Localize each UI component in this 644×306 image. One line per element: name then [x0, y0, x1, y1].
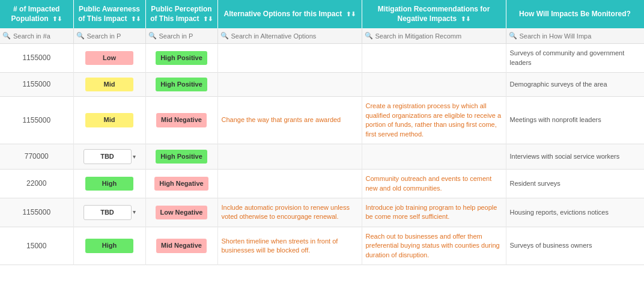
perception-badge-6: Mid Negative [156, 239, 207, 252]
search-icon-awareness: 🔍 [76, 32, 85, 40]
table-row: 22000HighHigh NegativeCommunity outreach… [0, 170, 644, 198]
perception-badge-1: High Positive [156, 78, 207, 91]
cell-monitored-3: Interviews with social service workers [506, 144, 644, 169]
table-search-row: 🔍 🔍 🔍 [0, 28, 644, 44]
perception-badge-0: High Positive [156, 51, 207, 65]
table-row: 1155000TBD▾Low NegativeInclude automatic… [0, 198, 644, 227]
table-row: 15000HighMid NegativeShorten timeline wh… [0, 227, 644, 265]
search-cell-mitigation: 🔍 [362, 28, 506, 44]
awareness-badge-6: High [85, 239, 133, 252]
cell-alternative-1 [217, 72, 362, 96]
cell-monitored-2: Meetings with nonprofit leaders [506, 97, 644, 144]
cell-monitored-6: Surveys of business owners [506, 227, 644, 265]
cell-perception-1: High Positive [145, 72, 217, 96]
cell-alternative-4 [217, 170, 362, 198]
cell-alternative-2: Change the way that grants are awarded [217, 97, 362, 144]
search-icon-monitored: 🔍 [509, 32, 517, 40]
main-table-wrapper: # of Impacted Population ⬆⬇ Public Aware… [0, 0, 644, 265]
col-header-monitored-label: How Will Impacts Be Monitored? [519, 10, 631, 18]
col-header-alternative[interactable]: Alternative Options for this Impact ⬆⬇ [217, 0, 362, 28]
table-row: 1155000LowHigh PositiveSurveys of commun… [0, 44, 644, 73]
table-header-row: # of Impacted Population ⬆⬇ Public Aware… [0, 0, 644, 28]
cell-alternative-0 [217, 44, 362, 73]
cell-monitored-0: Surveys of community and government lead… [506, 44, 644, 73]
search-input-perception[interactable] [159, 32, 215, 40]
cell-monitored-4: Resident surveys [506, 170, 644, 198]
cell-mitigation-5: Introduce job training program to help p… [362, 198, 506, 227]
col-header-mitigation-label: Mitigation Recommendations for Negative … [378, 5, 490, 23]
cell-impacted-0: 1155000 [0, 44, 73, 73]
cell-impacted-4: 22000 [0, 170, 73, 198]
cell-alternative-3 [217, 144, 362, 169]
search-input-impacted[interactable] [13, 32, 71, 40]
search-input-awareness[interactable] [87, 32, 143, 40]
search-cell-impacted: 🔍 [0, 28, 73, 44]
cell-mitigation-3 [362, 144, 506, 169]
cell-awareness-4: High [73, 170, 145, 198]
cell-mitigation-0 [362, 44, 506, 73]
table-row: 1155000MidHigh PositiveDemographic surve… [0, 72, 644, 96]
search-input-monitored[interactable] [520, 32, 642, 40]
search-icon-mitigation: 🔍 [365, 32, 373, 40]
sort-icon-awareness[interactable]: ⬆⬇ [131, 16, 141, 22]
cell-impacted-2: 1155000 [0, 97, 73, 144]
perception-badge-3: High Positive [156, 150, 207, 164]
cell-mitigation-2: Create a registration process by which a… [362, 97, 506, 144]
cell-monitored-1: Demographic surveys of the area [506, 72, 644, 96]
cell-alternative-6: Shorten timeline when streets in front o… [217, 227, 362, 265]
cell-alternative-5: Include automatic provision to renew unl… [217, 198, 362, 227]
search-cell-alternative: 🔍 [217, 28, 362, 44]
cell-awareness-1: Mid [73, 72, 145, 96]
cell-perception-2: Mid Negative [145, 97, 217, 144]
cell-impacted-6: 15000 [0, 227, 73, 265]
search-input-alternative[interactable] [231, 32, 359, 40]
awareness-badge-2: Mid [85, 113, 133, 127]
search-cell-perception: 🔍 [145, 28, 217, 44]
sort-icon-perception[interactable]: ⬆⬇ [203, 16, 213, 22]
cell-perception-5: Low Negative [145, 198, 217, 227]
col-header-perception[interactable]: Public Perception of This Impact ⬆⬇ [145, 0, 217, 28]
sort-icon-impacted[interactable]: ⬆⬇ [52, 16, 62, 22]
search-icon-perception: 🔍 [148, 32, 157, 40]
search-cell-awareness: 🔍 [73, 28, 145, 44]
cell-mitigation-4: Community outreach and events to cement … [362, 170, 506, 198]
cell-awareness-0: Low [73, 44, 145, 73]
perception-badge-4: High Negative [154, 177, 208, 191]
sort-icon-alternative[interactable]: ⬆⬇ [346, 11, 356, 17]
col-header-alternative-label: Alternative Options for this Impact [223, 10, 342, 18]
awareness-badge-1: Mid [85, 78, 133, 91]
cell-impacted-3: 770000 [0, 144, 73, 169]
col-header-mitigation[interactable]: Mitigation Recommendations for Negative … [362, 0, 506, 28]
cell-monitored-5: Housing reports, evictions notices [506, 198, 644, 227]
cell-perception-4: High Negative [145, 170, 217, 198]
table-row: 770000TBD▾High PositiveInterviews with s… [0, 144, 644, 169]
cell-awareness-2: Mid [73, 97, 145, 144]
cell-mitigation-6: Reach out to businesses and offer them p… [362, 227, 506, 265]
awareness-badge-3: TBD [84, 149, 132, 164]
cell-perception-3: High Positive [145, 144, 217, 169]
tbd-dropdown-5[interactable]: ▾ [133, 208, 136, 216]
cell-impacted-5: 1155000 [0, 198, 73, 227]
tbd-dropdown-3[interactable]: ▾ [133, 153, 136, 161]
cell-awareness-5: TBD▾ [73, 198, 145, 227]
col-header-impacted[interactable]: # of Impacted Population ⬆⬇ [0, 0, 73, 28]
cell-impacted-1: 1155000 [0, 72, 73, 96]
search-icon-alternative: 🔍 [220, 32, 229, 40]
cell-perception-0: High Positive [145, 44, 217, 73]
cell-perception-6: Mid Negative [145, 227, 217, 265]
search-input-mitigation[interactable] [375, 32, 503, 40]
impact-table: # of Impacted Population ⬆⬇ Public Aware… [0, 0, 644, 265]
awareness-badge-4: High [85, 177, 133, 191]
perception-badge-5: Low Negative [156, 206, 208, 219]
perception-badge-2: Mid Negative [156, 113, 207, 127]
awareness-badge-0: Low [85, 51, 133, 65]
sort-icon-mitigation[interactable]: ⬆⬇ [461, 16, 470, 22]
search-cell-monitored: 🔍 [506, 28, 644, 44]
col-header-awareness[interactable]: Public Awareness of This Impact ⬆⬇ [73, 0, 145, 28]
col-header-monitored[interactable]: How Will Impacts Be Monitored? [506, 0, 644, 28]
table-row: 1155000MidMid NegativeChange the way tha… [0, 97, 644, 144]
search-icon-impacted: 🔍 [2, 32, 11, 40]
awareness-badge-5: TBD [84, 205, 132, 220]
table-body: 1155000LowHigh PositiveSurveys of commun… [0, 44, 644, 265]
cell-awareness-3: TBD▾ [73, 144, 145, 169]
